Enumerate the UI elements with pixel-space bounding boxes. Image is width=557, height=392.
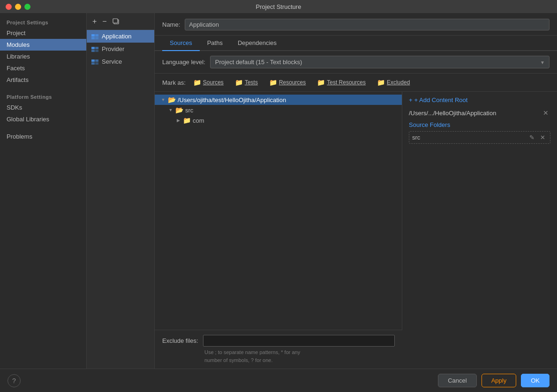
module-panel: + − Application [87,13,155,369]
mark-excluded-label: Excluded [387,79,410,86]
name-input[interactable] [185,19,549,30]
mark-excluded-button[interactable]: 📁 Excluded [373,77,414,88]
mark-resources-button[interactable]: 📁 Resources [265,77,309,88]
svg-rect-6 [91,47,95,49]
tree-item-src-label: src [185,107,193,114]
tests-folder-icon: 📁 [235,79,243,86]
svg-rect-3 [95,34,98,37]
tree-item-com-label: com [193,117,204,124]
tree-item-src[interactable]: ▼ 📂 src [155,105,402,115]
mark-as-row: Mark as: 📁 Sources 📁 Tests 📁 Resources 📁… [155,74,557,92]
sidebar-item-global-libraries[interactable]: Global Libraries [0,113,86,125]
resources-folder-icon: 📁 [269,79,277,86]
source-folder-actions: ✎ ✕ [527,133,547,141]
module-item-label: Provider [102,45,124,52]
maximize-button[interactable] [24,4,30,10]
remove-module-button[interactable]: − [100,16,108,27]
bottom-bar: ? Cancel Apply OK [0,369,557,392]
module-item-service[interactable]: Service [87,55,154,68]
tree-item-root[interactable]: ▼ 📂 /Users/ojitha/test/HelloOjitha/Appli… [155,95,402,105]
sidebar-item-label: Global Libraries [7,116,49,123]
svg-rect-12 [91,62,95,65]
sidebar-item-sdks[interactable]: SDKs [0,102,86,113]
source-folder-name: src [412,134,420,141]
remove-source-folder-button[interactable]: ✕ [538,133,547,141]
sidebar-item-label: SDKs [7,104,22,111]
chevron-down-icon: ▼ [168,108,173,112]
sidebar-item-libraries[interactable]: Libraries [0,51,86,62]
sidebar-item-label: Modules [7,41,30,48]
exclude-files-input[interactable] [203,335,395,347]
right-panel: + + Add Content Root /Users/.../HelloOji… [402,92,557,369]
svg-rect-2 [91,34,95,37]
close-content-root-button[interactable]: ✕ [541,108,550,118]
cancel-button[interactable]: Cancel [438,374,476,387]
sidebar: Project Settings Project Modules Librari… [0,13,87,369]
copy-icon [113,18,120,25]
mark-tests-button[interactable]: 📁 Tests [231,77,262,88]
apply-button[interactable]: Apply [482,374,517,387]
language-level-select-wrapper: Project default (15 - Text blocks) ▼ [210,56,549,68]
source-folders-label: Source Folders [409,121,550,128]
mark-sources-button[interactable]: 📁 Sources [189,77,227,88]
add-content-root-button[interactable]: + + Add Content Root [409,96,550,104]
tabs-row: Sources Paths Dependencies [155,36,557,51]
mark-test-resources-button[interactable]: 📁 Test Resources [313,77,369,88]
mark-as-label: Mark as: [162,79,186,86]
sidebar-item-problems[interactable]: Problems [0,131,86,142]
sidebar-item-artifacts[interactable]: Artifacts [0,74,86,86]
tree-item-root-label: /Users/ojitha/test/HelloOjitha/Applicati… [178,96,286,104]
exclude-files-area: Exclude files: Use ; to separate name pa… [155,330,402,369]
tab-paths[interactable]: Paths [200,36,230,51]
language-level-row: Language level: Project default (15 - Te… [155,51,557,74]
chevron-down-icon: ▼ [160,97,166,102]
copy-module-button[interactable] [111,17,122,26]
close-button[interactable] [6,4,12,10]
sidebar-item-facets[interactable]: Facets [0,62,86,74]
sidebar-item-label: Libraries [7,53,30,60]
project-settings-label: Project Settings [0,17,86,27]
minimize-button[interactable] [15,4,21,10]
svg-rect-7 [95,47,98,49]
module-icon-application [91,33,99,40]
sidebar-item-project[interactable]: Project [0,27,86,39]
svg-rect-4 [91,37,95,39]
svg-rect-5 [95,37,98,39]
sidebar-item-label: Project [7,30,25,37]
test-resources-folder-icon: 📁 [317,79,325,86]
source-folder-item: src ✎ ✕ [409,131,550,144]
chevron-right-icon: ▶ [175,118,181,123]
edit-source-folder-button[interactable]: ✎ [527,133,536,141]
svg-rect-13 [95,62,98,65]
tab-dependencies[interactable]: Dependencies [230,36,284,51]
tree-item-com[interactable]: ▶ 📁 com [155,115,402,126]
add-module-button[interactable]: + [90,16,98,27]
svg-rect-10 [91,59,95,62]
sidebar-item-label: Problems [7,133,32,140]
help-button[interactable]: ? [8,374,21,387]
mark-tests-label: Tests [245,79,258,86]
svg-rect-8 [91,50,95,52]
ok-button[interactable]: OK [521,374,549,387]
sources-folder-icon: 📁 [193,79,201,86]
module-item-label: Service [102,58,122,65]
module-item-provider[interactable]: Provider [87,43,154,55]
sidebar-spacer-2 [0,125,86,131]
name-label: Name: [162,21,180,28]
sidebar-item-modules[interactable]: Modules [0,39,86,51]
tab-sources[interactable]: Sources [162,36,200,51]
folder-icon: 📂 [175,106,183,114]
plus-icon: + [409,96,413,104]
file-tree: ▼ 📂 /Users/ojitha/test/HelloOjitha/Appli… [155,92,402,330]
split-area: ▼ 📂 /Users/ojitha/test/HelloOjitha/Appli… [155,92,557,369]
content-root-path-row: /Users/.../HelloOjitha/Application ✕ [409,108,550,118]
main-layout: Project Settings Project Modules Librari… [0,13,557,369]
sidebar-item-label: Facets [7,65,25,72]
module-toolbar: + − [87,13,154,30]
window-title: Project Structure [256,3,301,10]
sidebar-item-label: Artifacts [7,76,29,83]
language-level-select[interactable]: Project default (15 - Text blocks) [210,56,549,68]
module-icon-service [91,59,99,65]
exclude-row: Exclude files: [162,335,395,347]
module-item-application[interactable]: Application [87,30,154,43]
